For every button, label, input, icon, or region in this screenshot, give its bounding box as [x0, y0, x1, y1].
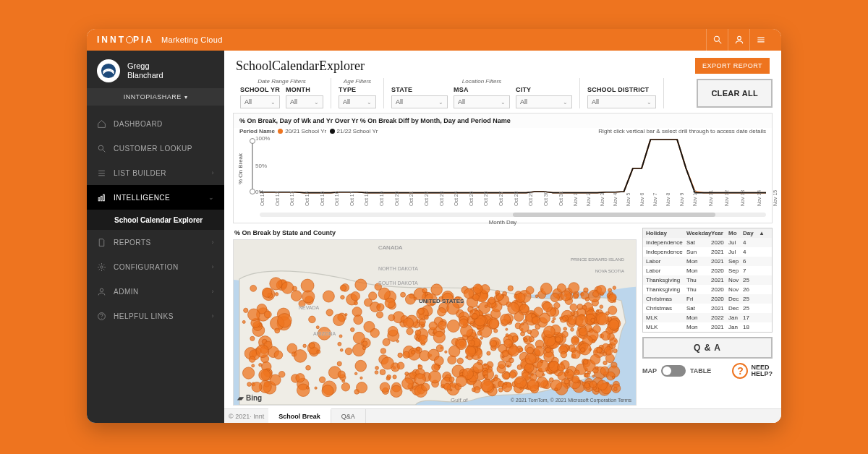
svg-point-606 [380, 382, 390, 393]
svg-point-569 [438, 307, 446, 316]
svg-point-437 [574, 294, 579, 299]
svg-point-582 [380, 348, 386, 354]
svg-point-644 [297, 384, 310, 397]
sidebar-item-label: REPORTS [114, 239, 151, 247]
filter-label-district: SCHOOL DISTRICT [587, 86, 656, 93]
svg-point-322 [501, 314, 511, 325]
filter-type[interactable]: All⌄ [339, 95, 376, 108]
filter-city[interactable]: All⌄ [516, 95, 572, 108]
svg-point-359 [495, 374, 498, 377]
svg-point-628 [360, 377, 362, 379]
svg-point-237 [535, 295, 538, 298]
svg-point-278 [570, 304, 577, 311]
help-icon [97, 312, 106, 321]
export-report-button[interactable]: EXPORT REPORT [695, 58, 770, 74]
sidebar-item-intelligence[interactable]: INTELLIGENCE ⌄ [87, 185, 224, 210]
chevron-right-icon: › [212, 169, 215, 176]
svg-point-174 [504, 382, 507, 385]
filter-msa[interactable]: All⌄ [454, 95, 510, 108]
qa-button[interactable]: Q & A [642, 337, 773, 359]
filter-state[interactable]: All⌄ [391, 95, 448, 108]
lower-row: % On Break by State and County UNITED ST… [224, 228, 781, 408]
svg-point-624 [354, 315, 363, 325]
user-icon [97, 287, 106, 296]
svg-point-708 [250, 336, 255, 340]
svg-point-611 [370, 328, 379, 337]
filter-label-schoolyr: SCHOOL YR [240, 86, 280, 93]
svg-point-393 [592, 340, 595, 343]
svg-point-432 [576, 315, 587, 327]
svg-point-397 [590, 354, 600, 364]
menu-button[interactable] [749, 29, 771, 51]
sidebar-item-reports[interactable]: REPORTS › [87, 230, 224, 254]
svg-point-561 [438, 321, 447, 330]
sidebar-item-label: CONFIGURATION [114, 263, 179, 271]
holidays-table[interactable]: HolidayWeekdayYearMoDay▴IndependenceSat2… [642, 228, 773, 333]
sidebar-item-helpful-links[interactable]: HELPFUL LINKS › [87, 304, 224, 328]
svg-point-412 [484, 374, 488, 378]
svg-point-659 [309, 343, 315, 348]
map-table-toggle[interactable] [661, 365, 686, 377]
filter-label-city: CITY [516, 86, 572, 93]
svg-point-347 [512, 335, 518, 341]
svg-point-333 [496, 294, 503, 300]
need-help-button[interactable]: ? NEEDHELP? [732, 363, 773, 379]
sidebar-item-configuration[interactable]: CONFIGURATION › [87, 254, 224, 279]
sidebar-subitem-school-calendar[interactable]: School Calendar Explorer [87, 210, 224, 230]
map-label-ns: NOVA SCOTIA [595, 269, 624, 273]
svg-point-618 [345, 348, 352, 355]
sidebar: Gregg Blanchard INNTOPIASHARE▾ DASHBOARD… [87, 51, 224, 423]
chart-panel: % On Break, Day of Wk and Yr Over Yr % O… [233, 113, 773, 223]
filter-school-yr[interactable]: All⌄ [240, 95, 280, 108]
sidebar-item-admin[interactable]: ADMIN › [87, 279, 224, 304]
svg-point-294 [519, 348, 523, 352]
y-range-slider[interactable] [251, 138, 254, 194]
svg-point-424 [514, 377, 527, 389]
sidebar-item-customer-lookup[interactable]: CUSTOMER LOOKUP [87, 136, 224, 160]
svg-point-619 [381, 357, 393, 369]
svg-point-570 [341, 383, 350, 392]
chart-scrollbar[interactable] [260, 213, 766, 217]
svg-point-553 [459, 319, 468, 327]
svg-point-316 [506, 328, 508, 330]
svg-point-679 [275, 328, 280, 333]
svg-point-583 [388, 314, 395, 321]
filter-district[interactable]: All⌄ [587, 95, 656, 108]
svg-point-406 [519, 304, 528, 313]
svg-point-725 [259, 363, 263, 367]
clear-all-button[interactable]: CLEAR ALL [697, 79, 773, 108]
tab-school-break[interactable]: School Break [268, 408, 331, 423]
svg-point-639 [351, 291, 359, 300]
search-button[interactable] [706, 29, 728, 51]
map-label-pei: PRINCE EDWARD ISLAND [571, 257, 624, 262]
sidebar-item-list-builder[interactable]: LIST BUILDER › [87, 160, 224, 185]
svg-rect-12 [98, 197, 100, 200]
svg-point-227 [504, 339, 513, 348]
svg-point-627 [396, 340, 399, 342]
svg-point-637 [375, 371, 378, 374]
svg-point-634 [407, 328, 413, 335]
sidebar-item-dashboard[interactable]: DASHBOARD [87, 111, 224, 136]
map-label-gulf: Gulf of [451, 397, 468, 403]
svg-point-282 [590, 381, 597, 388]
svg-point-312 [613, 387, 617, 391]
share-dropdown[interactable]: INNTOPIASHARE▾ [87, 88, 224, 106]
account-button[interactable] [728, 29, 749, 51]
svg-point-439 [603, 352, 607, 356]
svg-point-678 [315, 387, 317, 389]
svg-point-260 [563, 327, 567, 330]
svg-point-710 [244, 308, 248, 312]
svg-point-698 [291, 291, 302, 301]
svg-point-578 [403, 351, 409, 358]
svg-point-722 [250, 285, 257, 291]
chevron-right-icon: › [212, 263, 215, 270]
filter-month[interactable]: All⌄ [286, 95, 323, 108]
tab-qa[interactable]: Q&A [331, 409, 366, 423]
svg-point-390 [527, 380, 539, 391]
svg-point-429 [558, 364, 565, 371]
chart[interactable]: % On Break 100% 50% 0% Oct [234, 137, 772, 213]
svg-point-242 [592, 375, 595, 377]
map[interactable]: UNITED STATES CANADA Gulf of NOVA SCOTIA… [233, 239, 637, 406]
map-provider: ▰Bing [238, 394, 262, 402]
chevron-right-icon: › [212, 239, 215, 246]
